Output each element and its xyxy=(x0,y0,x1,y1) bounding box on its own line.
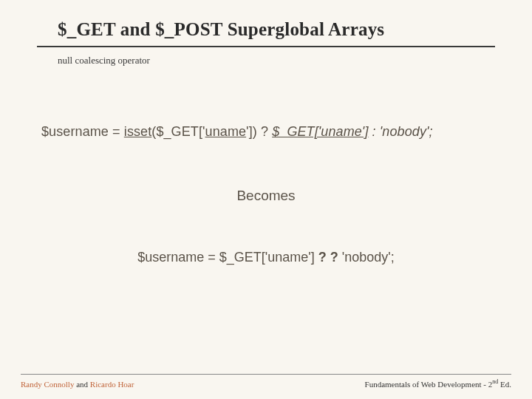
code-example-coalesce: $username = $_GET['uname'] ? ? 'nobody'; xyxy=(37,250,495,265)
footer-and: and xyxy=(74,380,89,389)
code-text: 'nobody'; xyxy=(338,250,395,265)
author-name-2: Ricardo Hoar xyxy=(90,380,134,389)
becomes-label: Becomes xyxy=(37,188,495,204)
title-underline xyxy=(37,46,495,47)
code-key-uname: uname xyxy=(267,250,308,265)
footer-book-title: Fundamentals of Web Development - 2nd Ed… xyxy=(365,378,511,389)
code-text: : 'nobody'; xyxy=(369,124,433,139)
code-text: ($_GET[' xyxy=(151,124,205,139)
slide-subtitle: null coalescing operator xyxy=(58,55,495,66)
code-text: $username = xyxy=(41,124,124,139)
footer-row: Randy Connolly and Ricardo Hoar Fundamen… xyxy=(21,378,511,389)
code-text: ']) ? xyxy=(246,124,272,139)
footer-book-text-2: Ed. xyxy=(498,380,511,389)
footer-rule xyxy=(21,374,511,375)
code-text: $username = $_GET[' xyxy=(137,250,267,265)
author-name-1: Randy Connolly xyxy=(21,380,74,389)
code-italic-get: $_GET['uname'] xyxy=(272,124,368,139)
slide-title: $_GET and $_POST Superglobal Arrays xyxy=(58,19,495,40)
slide: $_GET and $_POST Superglobal Arrays null… xyxy=(0,0,532,399)
code-example-ternary: $username = isset($_GET['uname']) ? $_GE… xyxy=(41,124,495,140)
code-keyword-isset: isset xyxy=(124,124,152,139)
code-text: '] xyxy=(308,250,318,265)
code-key-uname: uname xyxy=(205,124,247,139)
code-operator-coalesce: ? ? xyxy=(318,250,338,265)
footer-book-text-1: Fundamentals of Web Development - 2 xyxy=(365,380,493,389)
footer-authors: Randy Connolly and Ricardo Hoar xyxy=(21,380,134,389)
slide-footer: Randy Connolly and Ricardo Hoar Fundamen… xyxy=(21,374,511,389)
